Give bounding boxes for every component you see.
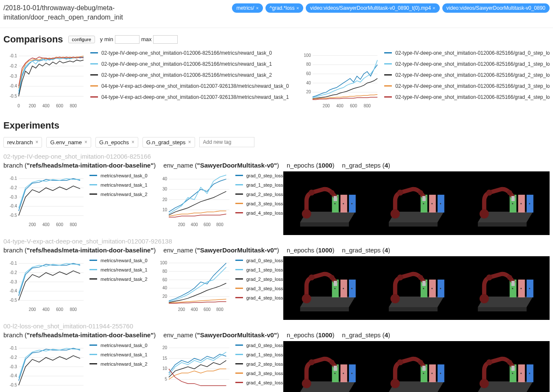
legend-item[interactable]: metrics/reward_task_0 <box>89 343 148 348</box>
legend-item[interactable]: grad_0_step_loss <box>235 173 283 178</box>
legend-item[interactable]: metrics/reward_task_2 <box>89 361 148 367</box>
range-controls: y min max <box>100 35 178 44</box>
grad-chart[interactable]: 10203040200400600800 <box>154 171 232 229</box>
configure-button[interactable]: configure <box>68 36 95 43</box>
legend-item[interactable]: 02-type-IV-deep-one_shot_imitation-01200… <box>90 72 289 78</box>
legend-item[interactable]: 04-type-V-exp-act-deep-one_shot_imitatio… <box>90 83 289 89</box>
tag[interactable]: G.env_name× <box>46 137 91 148</box>
video-frame[interactable] <box>461 171 550 235</box>
svg-text:800: 800 <box>70 104 77 108</box>
legend-swatch <box>384 52 392 53</box>
legend-item[interactable]: grad_4_step_loss <box>235 380 283 385</box>
legend-item[interactable]: grad_3_step_loss <box>235 286 283 291</box>
experiment-row: -0.5-0.4-0.3-0.2-0.1200400600800metrics/… <box>0 341 553 392</box>
legend-item[interactable]: 04-type-V-exp-act-deep-one_shot_imitatio… <box>90 94 289 100</box>
legend-label: metrics/reward_task_1 <box>101 352 148 357</box>
legend-item[interactable]: 02-type-IV-deep-one_shot_imitation-01200… <box>384 94 550 100</box>
close-icon[interactable]: × <box>433 6 435 11</box>
legend-label: 02-type-IV-deep-one_shot_imitation-01200… <box>395 72 550 78</box>
legend-item[interactable]: metrics/reward_task_2 <box>89 192 148 197</box>
svg-point-197 <box>308 359 314 365</box>
grad-chart[interactable]: 20406080100200400600800 <box>154 256 232 314</box>
close-icon[interactable]: × <box>84 139 87 145</box>
svg-text:-0.5: -0.5 <box>10 213 17 218</box>
legend-item[interactable]: grad_0_step_loss <box>235 258 283 263</box>
legend-item[interactable]: metrics/reward_task_0 <box>89 173 148 178</box>
filter-chip[interactable]: ^grad.*loss× <box>265 3 303 13</box>
svg-text:400: 400 <box>42 307 50 312</box>
legend-item[interactable]: metrics/reward_task_0 <box>89 258 148 263</box>
svg-point-157 <box>479 294 489 303</box>
legend-item[interactable]: 02-type-IV-deep-one_shot_imitation-01200… <box>90 50 289 56</box>
tag[interactable]: G.n_epochs× <box>95 137 138 148</box>
grad-chart[interactable]: 5101520200400600800 <box>154 341 232 392</box>
filter-chip[interactable]: video:videos/SawyerDoorMultitask-v0_0890 <box>442 3 550 13</box>
filter-chip[interactable]: video:videos/SawyerDoorMultitask-v0_0890… <box>306 3 439 13</box>
svg-point-146 <box>418 275 423 280</box>
video-frame[interactable] <box>283 341 372 392</box>
breadcrumb[interactable]: /2018-10-01/throwaway-debug/meta-imitati… <box>3 3 131 22</box>
legend-item[interactable]: grad_3_step_loss <box>235 201 283 206</box>
tag[interactable]: G.n_grad_steps× <box>142 137 195 148</box>
svg-text:15: 15 <box>162 356 168 360</box>
legend-item[interactable]: metrics/reward_task_2 <box>89 277 148 282</box>
experiment-id[interactable]: 04-type-V-exp-act-deep-one_shot_imitatio… <box>0 237 553 246</box>
tag[interactable]: rev.branch× <box>3 137 42 148</box>
legend-item[interactable]: grad_2_step_loss <box>235 277 283 282</box>
svg-point-223 <box>486 359 492 365</box>
svg-text:20: 20 <box>306 90 311 94</box>
legend-item[interactable]: 02-type-IV-deep-one_shot_imitation-01200… <box>384 72 550 78</box>
close-icon[interactable]: × <box>35 139 38 145</box>
ymin-input[interactable] <box>115 35 140 44</box>
svg-point-156 <box>529 288 530 289</box>
close-icon[interactable]: × <box>296 6 299 11</box>
reward-chart[interactable]: -0.5-0.4-0.3-0.2-0.1200400600800 <box>3 171 86 229</box>
legend-label: metrics/reward_task_2 <box>101 192 148 197</box>
legend-label: 02-type-IV-deep-one_shot_imitation-01200… <box>101 72 272 78</box>
legend-item[interactable]: 02-type-IV-deep-one_shot_imitation-01200… <box>384 50 550 56</box>
video-strip[interactable] <box>283 256 550 320</box>
legend-item[interactable]: grad_0_step_loss <box>235 343 283 348</box>
legend-item[interactable]: 02-type-IV-deep-one_shot_imitation-01200… <box>384 83 550 89</box>
svg-point-207 <box>431 372 433 374</box>
video-frame[interactable] <box>461 256 550 320</box>
video-frame[interactable] <box>372 171 461 235</box>
legend-item[interactable]: grad_4_step_loss <box>235 295 283 300</box>
legend-item[interactable]: grad_1_step_loss <box>235 182 283 188</box>
video-frame[interactable] <box>372 256 461 320</box>
legend-item[interactable]: grad_2_step_loss <box>235 361 283 367</box>
video-frame[interactable] <box>372 341 461 392</box>
close-icon[interactable]: × <box>256 6 258 11</box>
legend-swatch <box>235 363 243 364</box>
reward-chart[interactable]: -0.5-0.4-0.3-0.2-0.1200400600800 <box>3 341 86 392</box>
svg-text:600: 600 <box>56 307 63 312</box>
legend-item[interactable]: metrics/reward_task_1 <box>89 352 148 357</box>
add-tag-input[interactable] <box>199 137 254 147</box>
legend-item[interactable]: grad_1_step_loss <box>235 352 283 357</box>
svg-point-209 <box>391 379 400 388</box>
legend-label: grad_0_step_loss <box>246 173 283 178</box>
experiment-id[interactable]: 00-l2-loss-one_shot_imitation-011944-255… <box>0 322 553 330</box>
comparison-reward-chart[interactable]: -0.5-0.4-0.3-0.2-0.10200400600800 <box>3 48 86 110</box>
video-frame[interactable] <box>283 171 372 235</box>
video-strip[interactable] <box>283 341 550 392</box>
legend-item[interactable]: grad_3_step_loss <box>235 371 283 376</box>
video-strip[interactable] <box>283 171 550 235</box>
video-frame[interactable] <box>461 341 550 392</box>
svg-point-195 <box>351 372 352 374</box>
experiment-id[interactable]: 02-type-IV-deep-one_shot_imitation-01200… <box>0 152 553 161</box>
legend-item[interactable]: grad_2_step_loss <box>235 192 283 197</box>
close-icon[interactable]: × <box>188 139 191 145</box>
ymax-input[interactable] <box>153 35 178 44</box>
legend-item[interactable]: 02-type-IV-deep-one_shot_imitation-01200… <box>90 61 289 67</box>
filter-chip[interactable]: metrics/× <box>232 3 263 13</box>
close-icon[interactable]: × <box>131 139 134 145</box>
legend-item[interactable]: metrics/reward_task_1 <box>89 182 148 188</box>
comparison-grad-chart[interactable]: 20406080100200400600800 <box>297 48 380 110</box>
legend-item[interactable]: grad_4_step_loss <box>235 210 283 216</box>
legend-item[interactable]: metrics/reward_task_1 <box>89 267 148 272</box>
reward-chart[interactable]: -0.5-0.4-0.3-0.2-0.1200400600800 <box>3 256 86 314</box>
legend-item[interactable]: 02-type-IV-deep-one_shot_imitation-01200… <box>384 61 550 67</box>
video-frame[interactable] <box>283 256 372 320</box>
legend-item[interactable]: grad_1_step_loss <box>235 267 283 272</box>
